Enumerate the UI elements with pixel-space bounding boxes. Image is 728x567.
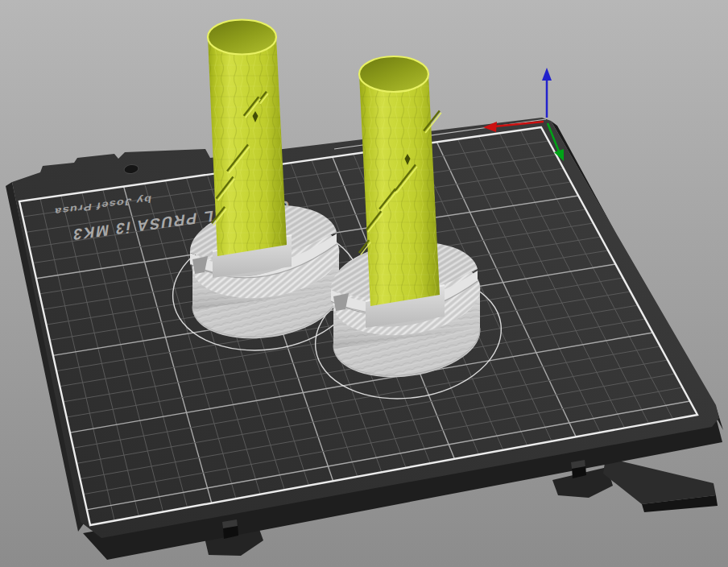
slicer-3d-viewport[interactable]: ORIGINAL PRUSA i3 MK3 by Josef Prusa	[0, 0, 728, 567]
tube-opening-left	[208, 20, 276, 55]
filament-tube-right[interactable]	[359, 56, 441, 306]
filament-tube-left[interactable]	[208, 20, 287, 257]
tube-opening-right	[359, 56, 428, 92]
tab-knob-left	[222, 519, 238, 539]
tab-knob-right	[571, 460, 586, 478]
scene-canvas[interactable]: ORIGINAL PRUSA i3 MK3 by Josef Prusa	[0, 0, 728, 567]
